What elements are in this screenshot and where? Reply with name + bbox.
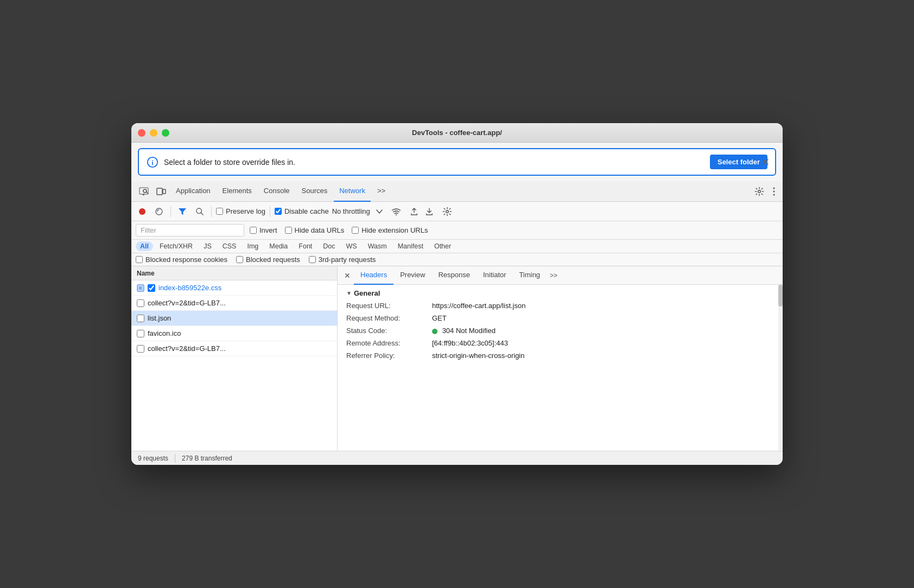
third-party-checkbox[interactable] <box>309 256 316 263</box>
file-checkbox-1[interactable] <box>137 299 144 307</box>
type-filter-fetch-xhr[interactable]: Fetch/XHR <box>155 241 197 251</box>
file-checkbox-2[interactable] <box>137 315 144 322</box>
file-checkbox-4[interactable] <box>137 345 144 353</box>
blocked-cookies-label[interactable]: Blocked response cookies <box>136 255 227 264</box>
hide-data-urls-label[interactable]: Hide data URLs <box>285 226 345 234</box>
main-content: Name index-b859522e.css collect?v=2&tid=… <box>131 266 783 451</box>
detail-row-request-method: Request Method: GET <box>346 314 774 322</box>
file-name-3: favicon.ico <box>148 329 181 337</box>
file-checkbox-0[interactable] <box>148 284 155 292</box>
settings-icon-button[interactable] <box>751 184 767 199</box>
svg-point-11 <box>156 208 162 215</box>
third-party-label[interactable]: 3rd-party requests <box>309 255 376 264</box>
svg-text:i: i <box>151 158 154 166</box>
file-row-1[interactable]: collect?v=2&tid=G-LB7... <box>131 296 337 311</box>
filter-button[interactable] <box>175 206 189 217</box>
hide-data-urls-checkbox[interactable] <box>285 227 292 234</box>
type-filter-other[interactable]: Other <box>430 241 455 251</box>
invert-label[interactable]: Invert <box>250 226 277 234</box>
file-row-0[interactable]: index-b859522e.css <box>131 280 337 296</box>
svg-point-14 <box>446 210 448 213</box>
file-row-2[interactable]: list.json <box>131 311 337 326</box>
details-tabs-bar: ✕ Headers Preview Response Initiator Tim… <box>338 266 783 285</box>
hide-data-urls-text: Hide data URLs <box>295 226 345 234</box>
close-button[interactable] <box>138 129 145 137</box>
type-filter-doc[interactable]: Doc <box>319 241 339 251</box>
devtools-window: DevTools - coffee-cart.app/ i Select a f… <box>131 123 783 465</box>
type-filter-js[interactable]: JS <box>199 241 216 251</box>
type-filter-img[interactable]: Img <box>243 241 263 251</box>
tab-application[interactable]: Application <box>170 181 216 202</box>
details-tab-headers[interactable]: Headers <box>354 266 393 285</box>
hide-extension-urls-checkbox[interactable] <box>352 227 359 234</box>
details-scrollbar[interactable] <box>778 285 783 451</box>
tab-more[interactable]: >> <box>372 181 391 202</box>
main-tabs-bar: Application Elements Console Sources Net… <box>131 181 783 202</box>
network-settings-button[interactable] <box>440 205 455 218</box>
type-filter-font[interactable]: Font <box>294 241 316 251</box>
maximize-button[interactable] <box>162 129 169 137</box>
details-tab-more[interactable]: >> <box>547 270 561 282</box>
select-folder-button[interactable]: Select folder <box>710 155 767 169</box>
upload-button[interactable] <box>407 206 421 218</box>
preserve-log-checkbox[interactable] <box>216 208 223 215</box>
tab-sources[interactable]: Sources <box>296 181 333 202</box>
inspect-icon <box>139 187 149 196</box>
hide-extension-urls-label[interactable]: Hide extension URLs <box>352 226 428 234</box>
svg-point-3 <box>143 189 147 193</box>
device-icon-button[interactable] <box>153 185 169 198</box>
requests-count: 9 requests <box>138 455 168 462</box>
blocked-requests-label[interactable]: Blocked requests <box>236 255 300 264</box>
wifi-icon-button[interactable] <box>389 206 404 217</box>
toolbar-divider-1 <box>170 206 171 217</box>
svg-rect-5 <box>163 189 166 194</box>
download-button[interactable] <box>422 206 436 218</box>
throttling-dropdown-button[interactable] <box>373 208 385 215</box>
file-row-4[interactable]: collect?v=2&tid=G-LB7... <box>131 341 337 356</box>
type-filter-ws[interactable]: WS <box>342 241 361 251</box>
details-tab-response[interactable]: Response <box>431 266 477 285</box>
tab-console[interactable]: Console <box>258 181 295 202</box>
type-filter-manifest[interactable]: Manifest <box>393 241 428 251</box>
clear-icon <box>155 207 163 216</box>
preserve-log-label[interactable]: Preserve log <box>216 207 265 215</box>
file-list: Name index-b859522e.css collect?v=2&tid=… <box>131 266 338 451</box>
blocked-cookies-checkbox[interactable] <box>136 256 143 263</box>
detail-row-referrer-policy: Referrer Policy: strict-origin-when-cros… <box>346 351 774 360</box>
details-tab-preview[interactable]: Preview <box>393 266 431 285</box>
filter-input[interactable] <box>136 224 244 237</box>
vertical-dots-icon <box>773 187 775 196</box>
type-filter-all[interactable]: All <box>136 241 153 251</box>
tabs-right-controls <box>751 184 778 199</box>
blocked-requests-text: Blocked requests <box>246 255 300 264</box>
disable-cache-checkbox[interactable] <box>275 208 282 215</box>
type-filter-css[interactable]: CSS <box>218 241 241 251</box>
minimize-button[interactable] <box>150 129 157 137</box>
details-panel: ✕ Headers Preview Response Initiator Tim… <box>338 266 783 451</box>
inspect-icon-button[interactable] <box>136 185 152 198</box>
third-party-text: 3rd-party requests <box>319 255 376 264</box>
type-filter-media[interactable]: Media <box>265 241 292 251</box>
invert-checkbox[interactable] <box>250 227 257 234</box>
clear-button[interactable] <box>152 206 166 218</box>
tab-elements[interactable]: Elements <box>217 181 257 202</box>
details-tab-initiator[interactable]: Initiator <box>477 266 513 285</box>
record-button[interactable] <box>136 206 149 217</box>
search-button[interactable] <box>193 206 207 218</box>
info-icon: i <box>147 156 158 168</box>
detail-value-remote-address: [64:ff9b::4b02:3c05]:443 <box>432 339 774 347</box>
type-filter-wasm[interactable]: Wasm <box>364 241 391 251</box>
file-checkbox-3[interactable] <box>137 330 144 337</box>
status-bar: 9 requests 279 B transferred <box>131 451 783 465</box>
more-options-button[interactable] <box>770 184 778 199</box>
details-close-button[interactable]: ✕ <box>341 269 354 282</box>
details-tab-timing[interactable]: Timing <box>513 266 547 285</box>
disable-cache-label[interactable]: Disable cache <box>275 207 329 215</box>
blocked-requests-checkbox[interactable] <box>236 256 243 263</box>
file-row-3[interactable]: favicon.ico <box>131 326 337 341</box>
status-code-text: 304 Not Modified <box>442 327 496 335</box>
details-scrollbar-thumb[interactable] <box>778 285 783 306</box>
tab-network[interactable]: Network <box>334 181 371 202</box>
svg-point-10 <box>139 208 145 215</box>
banner-close-button[interactable]: ✕ <box>761 157 770 167</box>
